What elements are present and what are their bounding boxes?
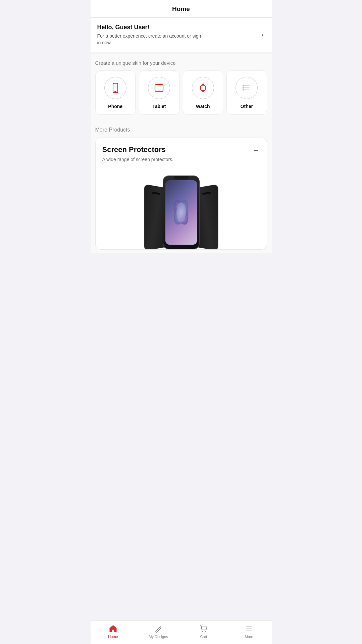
svg-line-18 [156, 627, 160, 631]
nav-item-cart[interactable]: Cart [181, 624, 226, 639]
phone-center [163, 176, 200, 249]
phone-icon-circle [104, 77, 126, 99]
nav-item-my-designs[interactable]: My Designs [136, 624, 181, 639]
more-nav-icon [244, 624, 254, 633]
cart-nav-label: Cart [200, 635, 207, 639]
product-image-area [102, 169, 260, 249]
bottom-nav: Home My Designs Cart [91, 620, 272, 644]
device-section-title: Create a unique skin for your device [95, 60, 267, 66]
phone-icon [110, 83, 121, 93]
device-card-watch[interactable]: Watch [183, 70, 223, 115]
home-nav-label: Home [108, 635, 118, 639]
tablet-label: Tablet [152, 104, 166, 109]
svg-point-22 [205, 631, 206, 632]
device-card-phone[interactable]: Phone [95, 70, 136, 115]
watch-icon [198, 83, 208, 93]
other-icon-circle [236, 77, 258, 99]
screen-protectors-card[interactable]: Screen Protectors → A wide range of scre… [95, 138, 267, 250]
watch-label: Watch [196, 104, 210, 109]
product-card-desc: A wide range of screen protectors. [102, 157, 260, 162]
more-nav-label: More [245, 635, 253, 639]
svg-line-19 [157, 628, 161, 632]
tablet-icon-circle [148, 77, 170, 99]
other-icon [241, 83, 252, 93]
home-nav-icon [108, 624, 118, 633]
my-designs-nav-icon [154, 624, 163, 633]
svg-point-12 [243, 85, 244, 87]
guest-banner[interactable]: Hello, Guest User! For a better experien… [91, 18, 272, 54]
more-products-title: More Products [95, 127, 267, 133]
guest-message: For a better experience, create an accou… [97, 33, 205, 46]
phone-screen-art [169, 196, 193, 229]
page-title: Home [172, 5, 190, 12]
svg-rect-0 [113, 83, 118, 93]
svg-rect-4 [201, 85, 205, 91]
device-card-other[interactable]: Other [226, 70, 267, 115]
guest-greeting: Hello, Guest User! [97, 24, 205, 31]
my-designs-nav-label: My Designs [149, 635, 168, 639]
device-section: Create a unique skin for your device Pho… [91, 54, 272, 121]
device-grid: Phone Tablet [95, 70, 267, 115]
product-card-header: Screen Protectors → [102, 145, 260, 155]
svg-point-14 [243, 89, 244, 91]
phone-screen [165, 180, 197, 245]
device-card-tablet[interactable]: Tablet [139, 70, 179, 115]
nav-item-home[interactable]: Home [91, 624, 136, 639]
svg-point-13 [243, 87, 244, 89]
guest-text: Hello, Guest User! For a better experien… [97, 24, 205, 46]
svg-point-21 [202, 631, 203, 632]
nav-item-more[interactable]: More [226, 624, 272, 639]
product-card-arrow-icon[interactable]: → [253, 146, 260, 155]
cart-nav-icon [199, 624, 208, 633]
svg-point-17 [176, 202, 186, 222]
svg-line-20 [155, 632, 157, 632]
watch-icon-circle [192, 77, 214, 99]
page-header: Home [91, 0, 272, 18]
phone-label: Phone [108, 104, 122, 109]
tablet-icon [154, 83, 164, 93]
product-card-title: Screen Protectors [102, 145, 166, 154]
svg-rect-2 [155, 85, 163, 91]
guest-arrow-icon[interactable]: → [258, 31, 265, 39]
more-products-section: More Products Screen Protectors → A wide… [91, 121, 272, 253]
other-label: Other [241, 104, 253, 109]
